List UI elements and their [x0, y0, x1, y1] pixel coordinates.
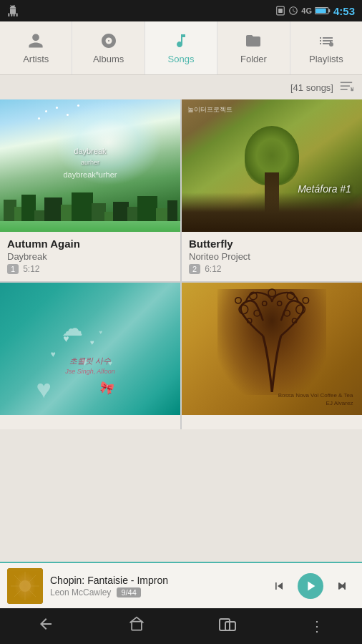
tab-playlists-label: Playlists — [309, 54, 343, 64]
song-artist-1: Daybreak — [7, 251, 173, 262]
svg-point-17 — [268, 289, 275, 296]
tab-songs[interactable]: Songs — [145, 21, 217, 74]
next-button[interactable] — [329, 573, 355, 599]
tab-albums-label: Albums — [93, 54, 124, 64]
svg-rect-1 — [278, 9, 283, 13]
song-duration-2: 6:12 — [205, 264, 221, 274]
svg-line-30 — [14, 575, 21, 582]
song-artist-2: Noriteo Project — [189, 251, 355, 262]
song-info-1: Autumn Again Daybreak 1 5:12 — [0, 232, 180, 281]
song-count: [41 songs] — [290, 82, 333, 93]
status-time: 4:53 — [333, 5, 355, 17]
album-art-butterfly: 놀이터프로젝트 Metáfora #1 — [182, 99, 362, 232]
back-button[interactable] — [23, 610, 69, 643]
now-playing-title: Chopin: Fantaisie - Impron — [50, 575, 259, 586]
song-duration-1: 5:12 — [23, 264, 39, 274]
sort-icon[interactable] — [339, 80, 353, 95]
tab-folder[interactable]: Folder — [217, 21, 290, 74]
now-playing-thumb — [7, 568, 43, 604]
track-num-2: 2 — [189, 264, 200, 274]
status-bar: 4G 4:53 — [0, 0, 362, 21]
play-button[interactable] — [298, 573, 323, 599]
track-num-1: 1 — [7, 264, 19, 274]
song-meta-2: 2 6:12 — [189, 264, 355, 274]
korean-text-2: 놀이터프로젝트 — [187, 105, 233, 114]
tab-albums[interactable]: Albums — [72, 21, 145, 74]
tab-artists-label: Artists — [23, 54, 49, 64]
song-card-4[interactable]: Bossa Nova Vol Coffee & TeaEJ Alvarez — [182, 283, 362, 429]
folder-icon — [245, 32, 262, 49]
alarm-icon — [288, 6, 298, 16]
more-button[interactable]: ⋮ — [295, 612, 340, 640]
status-right-area: 4G 4:53 — [275, 5, 355, 17]
song-info-3 — [0, 415, 180, 429]
song-meta-1: 1 5:12 — [7, 264, 173, 274]
svg-line-32 — [29, 575, 36, 582]
battery-icon — [315, 6, 331, 15]
disc-icon — [100, 32, 117, 49]
song-title-2: Butterfly — [189, 238, 355, 250]
now-playing-bar[interactable]: Chopin: Fantaisie - Impron Leon McCawley… — [0, 562, 362, 608]
now-playing-info: Chopin: Fantaisie - Impron Leon McCawley… — [50, 575, 259, 597]
svg-rect-34 — [132, 622, 142, 630]
svg-point-18 — [254, 310, 260, 316]
song-card-3[interactable]: ☁ ♥ ♥ ♥ ♥ ♥ ♥ 초콜릿 사수Jse Singh, Alfoon 🎀 … — [0, 283, 180, 429]
svg-line-31 — [29, 590, 36, 597]
song-info-2: Butterfly Noriteo Project 2 6:12 — [182, 232, 362, 281]
svg-rect-4 — [315, 9, 326, 14]
now-playing-artist: Leon McCawley — [50, 587, 111, 597]
song-card-1[interactable]: daybreakaurher Autu — [0, 99, 180, 281]
svg-line-33 — [14, 590, 21, 597]
svg-rect-3 — [328, 9, 330, 12]
music-icon — [172, 32, 190, 49]
svg-point-19 — [284, 310, 290, 316]
tab-songs-label: Songs — [168, 54, 195, 64]
now-playing-artist-row: Leon McCawley 9/44 — [50, 587, 259, 597]
network-indicator: 4G — [301, 6, 312, 15]
tab-artists[interactable]: Artists — [0, 21, 72, 74]
recents-button[interactable] — [205, 611, 250, 641]
now-playing-controls — [266, 573, 355, 599]
svg-point-22 — [262, 301, 266, 305]
tab-folder-label: Folder — [240, 54, 267, 64]
song-grid: daybreakaurher Autu — [0, 99, 362, 429]
tab-playlists[interactable]: Playlists — [290, 21, 362, 74]
album-art-autumn: daybreakaurher — [0, 99, 180, 232]
svg-point-14 — [303, 297, 308, 303]
bottom-navigation: ⋮ — [0, 608, 362, 644]
person-icon — [27, 32, 44, 49]
svg-rect-6 — [330, 41, 331, 44]
svg-point-13 — [235, 297, 241, 303]
album-art-4: Bossa Nova Vol Coffee & TeaEJ Alvarez — [182, 283, 362, 415]
album-art-3: ☁ ♥ ♥ ♥ ♥ ♥ ♥ 초콜릿 사수Jse Singh, Alfoon 🎀 … — [0, 283, 180, 415]
android-icon — [7, 5, 19, 16]
song-title-1: Autumn Again — [7, 238, 173, 250]
svg-point-25 — [19, 580, 31, 592]
prev-button[interactable] — [266, 573, 292, 599]
svg-point-23 — [277, 301, 281, 305]
tab-bar: Artists Albums Songs Folder Playlists — [0, 21, 362, 75]
song-count-bar: [41 songs] — [0, 75, 362, 99]
list-icon — [318, 32, 335, 49]
now-playing-count: 9/44 — [117, 587, 140, 597]
home-button[interactable] — [114, 610, 160, 643]
sim-icon — [275, 6, 285, 16]
song-info-4 — [182, 415, 362, 429]
song-card-2[interactable]: 놀이터프로젝트 Metáfora #1 Butterfly Noriteo Pr… — [182, 99, 362, 281]
status-left-icons — [7, 5, 19, 16]
metaphora-text: Metáfora #1 — [298, 183, 351, 195]
